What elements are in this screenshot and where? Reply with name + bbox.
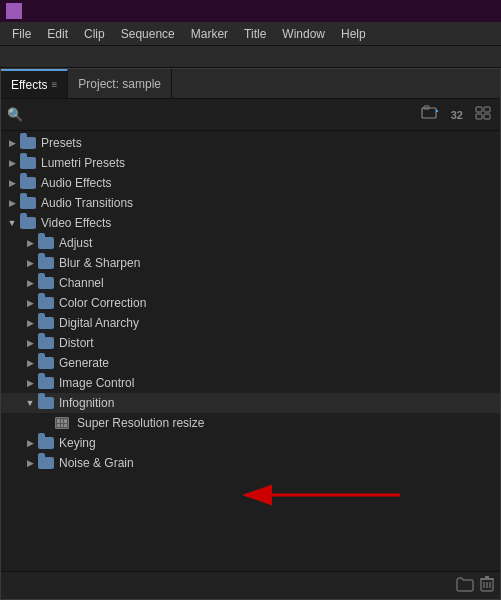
svg-rect-4	[476, 107, 482, 112]
tree-arrow-image-control: ▶	[23, 378, 37, 388]
tree-label-video-effects: Video Effects	[41, 216, 111, 230]
tabs-row: Effects ≡ Project: sample	[1, 69, 500, 99]
tree-arrow-color-correction: ▶	[23, 298, 37, 308]
app-logo	[6, 3, 22, 19]
tree-item-audio-effects[interactable]: ▶Audio Effects	[1, 173, 500, 193]
tree-item-infognition[interactable]: ▼Infognition	[1, 393, 500, 413]
svg-rect-6	[476, 114, 482, 119]
menu-item-help[interactable]: Help	[333, 22, 374, 45]
tab-effects[interactable]: Effects ≡	[1, 69, 68, 98]
tree-label-noise-grain: Noise & Grain	[59, 456, 134, 470]
tree-arrow-noise-grain: ▶	[23, 458, 37, 468]
menu-item-sequence[interactable]: Sequence	[113, 22, 183, 45]
tree-label-audio-effects: Audio Effects	[41, 176, 112, 190]
folder-icon-audio-transitions	[19, 196, 37, 210]
tree-arrow-blur-sharpen: ▶	[23, 258, 37, 268]
folder-icon-noise-grain	[37, 456, 55, 470]
tree-item-digital-anarchy[interactable]: ▶Digital Anarchy	[1, 313, 500, 333]
search-icon: 🔍	[7, 107, 23, 122]
folder-icon-channel	[37, 276, 55, 290]
tree-label-image-control: Image Control	[59, 376, 134, 390]
tree-label-distort: Distort	[59, 336, 94, 350]
tree-label-color-correction: Color Correction	[59, 296, 146, 310]
tree-label-keying: Keying	[59, 436, 96, 450]
tree-item-distort[interactable]: ▶Distort	[1, 333, 500, 353]
workspace-bar	[0, 46, 501, 68]
tree-label-audio-transitions: Audio Transitions	[41, 196, 133, 210]
tree-arrow-keying: ▶	[23, 438, 37, 448]
tree-item-keying[interactable]: ▶Keying	[1, 433, 500, 453]
tab-effects-menu-icon[interactable]: ≡	[51, 79, 57, 90]
folder-icon-digital-anarchy	[37, 316, 55, 330]
bottom-bar	[1, 571, 500, 599]
tree-item-generate[interactable]: ▶Generate	[1, 353, 500, 373]
icon-grid[interactable]	[472, 104, 494, 125]
tree-item-noise-grain[interactable]: ▶Noise & Grain	[1, 453, 500, 473]
new-bin-icon[interactable]	[418, 103, 442, 126]
panel-container: Effects ≡ Project: sample 🔍 32	[0, 68, 501, 600]
tree-label-super-resolution: Super Resolution resize	[77, 416, 204, 430]
folder-icon-infognition	[37, 396, 55, 410]
tree-item-adjust[interactable]: ▶Adjust	[1, 233, 500, 253]
tree-label-lumetri: Lumetri Presets	[41, 156, 125, 170]
tree-item-lumetri[interactable]: ▶Lumetri Presets	[1, 153, 500, 173]
svg-rect-7	[484, 114, 490, 119]
tree-arrow-generate: ▶	[23, 358, 37, 368]
folder-icon-distort	[37, 336, 55, 350]
search-bar: 🔍 32	[1, 99, 500, 131]
tree-arrow-channel: ▶	[23, 278, 37, 288]
tree-label-presets: Presets	[41, 136, 82, 150]
tree-arrow-infognition: ▼	[23, 398, 37, 408]
tree-label-digital-anarchy: Digital Anarchy	[59, 316, 139, 330]
tree-item-image-control[interactable]: ▶Image Control	[1, 373, 500, 393]
tree-label-infognition: Infognition	[59, 396, 114, 410]
folder-icon-color-correction	[37, 296, 55, 310]
tree-item-presets[interactable]: ▶Presets	[1, 133, 500, 153]
effect-icon-super-resolution	[55, 416, 73, 430]
tree-item-video-effects[interactable]: ▼Video Effects	[1, 213, 500, 233]
tab-project[interactable]: Project: sample	[68, 69, 172, 98]
menu-item-edit[interactable]: Edit	[39, 22, 76, 45]
folder-icon-audio-effects	[19, 176, 37, 190]
menu-bar: FileEditClipSequenceMarkerTitleWindowHel…	[0, 22, 501, 46]
menu-item-window[interactable]: Window	[274, 22, 333, 45]
tree-label-adjust: Adjust	[59, 236, 92, 250]
tree-item-channel[interactable]: ▶Channel	[1, 273, 500, 293]
tree-arrow-lumetri: ▶	[5, 158, 19, 168]
tree-arrow-video-effects: ▼	[5, 218, 19, 228]
folder-icon-keying	[37, 436, 55, 450]
effects-list[interactable]: ▶Presets▶Lumetri Presets▶Audio Effects▶A…	[1, 131, 500, 571]
menu-item-marker[interactable]: Marker	[183, 22, 236, 45]
tree-label-generate: Generate	[59, 356, 109, 370]
folder-icon-lumetri	[19, 156, 37, 170]
tree-item-color-correction[interactable]: ▶Color Correction	[1, 293, 500, 313]
delete-icon[interactable]	[480, 576, 494, 595]
icon-32[interactable]: 32	[448, 107, 466, 123]
tab-effects-label: Effects	[11, 78, 47, 92]
tree-arrow-digital-anarchy: ▶	[23, 318, 37, 328]
tree-item-audio-transitions[interactable]: ▶Audio Transitions	[1, 193, 500, 213]
tree-arrow-distort: ▶	[23, 338, 37, 348]
tree-item-super-resolution[interactable]: Super Resolution resize	[1, 413, 500, 433]
svg-rect-0	[422, 108, 436, 118]
menu-item-clip[interactable]: Clip	[76, 22, 113, 45]
folder-icon-image-control	[37, 376, 55, 390]
tree-item-blur-sharpen[interactable]: ▶Blur & Sharpen	[1, 253, 500, 273]
tree-arrow-audio-transitions: ▶	[5, 198, 19, 208]
svg-rect-5	[484, 107, 490, 112]
search-input[interactable]	[29, 108, 412, 122]
tree-arrow-adjust: ▶	[23, 238, 37, 248]
tree-label-blur-sharpen: Blur & Sharpen	[59, 256, 140, 270]
folder-icon-presets	[19, 136, 37, 150]
menu-item-title[interactable]: Title	[236, 22, 274, 45]
folder-icon-adjust	[37, 236, 55, 250]
tree-arrow-presets: ▶	[5, 138, 19, 148]
panel-wrapper: Effects ≡ Project: sample 🔍 32	[0, 68, 501, 600]
menu-item-file[interactable]: File	[4, 22, 39, 45]
new-folder-icon[interactable]	[456, 577, 474, 595]
tab-project-label: Project: sample	[78, 77, 161, 91]
tree-label-channel: Channel	[59, 276, 104, 290]
folder-icon-blur-sharpen	[37, 256, 55, 270]
title-bar	[0, 0, 501, 22]
folder-icon-generate	[37, 356, 55, 370]
